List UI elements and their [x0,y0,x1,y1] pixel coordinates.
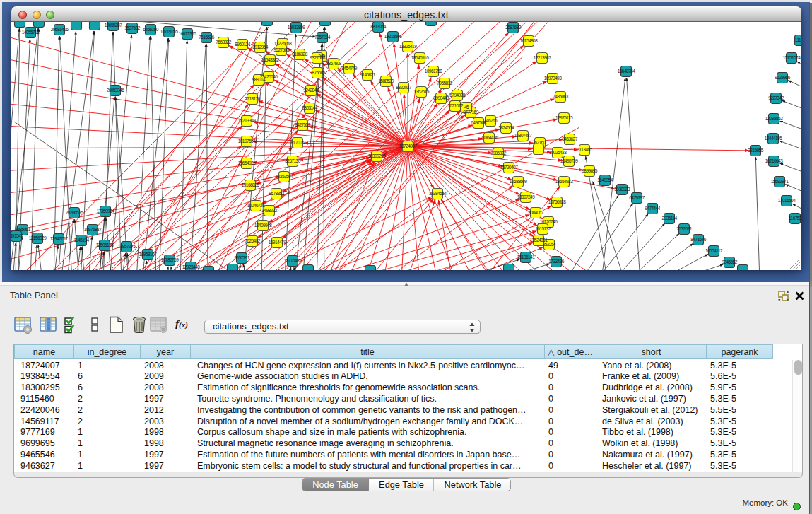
svg-text:7986322: 7986322 [490,151,506,156]
svg-text:917006: 917006 [291,140,305,145]
svg-text:116753: 116753 [789,216,801,221]
svg-text:9084067: 9084067 [528,210,543,215]
svg-text:252254: 252254 [543,242,556,247]
svg-text:10961758: 10961758 [425,69,442,74]
svg-text:8678352: 8678352 [269,191,284,196]
svg-text:8322037: 8322037 [396,85,411,90]
svg-text:6479197: 6479197 [629,195,645,200]
svg-text:19218506: 19218506 [384,34,402,39]
svg-text:3875685: 3875685 [310,70,325,75]
svg-text:1640954: 1640954 [597,177,613,182]
svg-text:10719155: 10719155 [160,29,178,34]
svg-text:15751074: 15751074 [783,55,801,60]
svg-text:9777169: 9777169 [463,110,478,115]
svg-text:6794028: 6794028 [449,93,465,98]
svg-text:12444195: 12444195 [765,136,782,141]
svg-text:9899695: 9899695 [582,168,597,173]
svg-text:2687682: 2687682 [505,25,521,30]
svg-text:9129966: 9129966 [775,75,790,80]
svg-text:7955812: 7955812 [437,81,452,86]
svg-text:12156829: 12156829 [29,235,47,240]
svg-text:391547: 391547 [11,233,23,238]
svg-text:12942757: 12942757 [50,236,68,241]
svg-text:10973493: 10973493 [544,76,562,81]
svg-text:15716485: 15716485 [284,258,302,263]
svg-text:3498222: 3498222 [261,208,277,213]
svg-text:9527505: 9527505 [273,47,289,52]
svg-text:19654925: 19654925 [238,160,256,165]
svg-text:10655287: 10655287 [105,23,122,28]
svg-text:9242848: 9242848 [303,88,319,93]
svg-text:6497508: 6497508 [471,120,486,125]
svg-text:16120746: 16120746 [540,219,558,224]
svg-text:16033809: 16033809 [288,25,305,30]
svg-text:16154808: 16154808 [520,38,538,43]
svg-text:16210643: 16210643 [765,158,783,163]
svg-text:2935114: 2935114 [662,216,678,221]
svg-text:17016504: 17016504 [778,198,796,203]
svg-text:10958107: 10958107 [139,252,157,257]
svg-text:12923448: 12923448 [182,264,200,269]
svg-text:10654112: 10654112 [705,248,723,253]
svg-text:20691406: 20691406 [51,27,69,32]
svg-text:1145194: 1145194 [74,238,90,243]
svg-text:19654923: 19654923 [555,179,573,184]
svg-text:15136141: 15136141 [517,255,535,259]
svg-text:10756928: 10756928 [548,199,566,204]
svg-text:2867608: 2867608 [326,61,341,66]
svg-text:16782759: 16782759 [161,257,179,262]
svg-text:18640910: 18640910 [411,55,429,60]
svg-text:2718176: 2718176 [245,96,260,101]
svg-text:14055712: 14055712 [22,30,40,35]
svg-text:5938923: 5938923 [614,187,630,192]
svg-text:8471676: 8471676 [690,237,706,242]
svg-text:7357224: 7357224 [314,35,330,40]
svg-text:18807249: 18807249 [517,194,535,199]
svg-text:1588520: 1588520 [378,78,394,83]
svg-text:8960124: 8960124 [235,42,250,47]
svg-text:3113465: 3113465 [577,147,593,152]
svg-text:8427552: 8427552 [295,122,310,127]
svg-text:26053346: 26053346 [107,88,124,93]
svg-text:7632621: 7632621 [676,226,692,231]
svg-text:12975115: 12975115 [555,115,573,120]
svg-text:1615132: 1615132 [535,226,551,231]
svg-text:9227342: 9227342 [768,95,784,100]
svg-text:19384554: 19384554 [429,191,447,196]
svg-text:1985061: 1985061 [15,227,30,232]
svg-text:1621072: 1621072 [447,103,463,108]
svg-text:10107554: 10107554 [238,139,256,144]
svg-text:18300295: 18300295 [368,153,386,158]
svg-text:9474444: 9474444 [645,206,660,211]
svg-text:12093852: 12093852 [765,116,783,121]
svg-text:12213967: 12213967 [534,55,551,60]
svg-text:7485063: 7485063 [553,94,568,99]
svg-text:8186328: 8186328 [292,52,307,57]
svg-text:7663822: 7663822 [216,40,231,45]
svg-text:7625402: 7625402 [245,238,260,243]
svg-text:20206535: 20206535 [66,210,83,215]
svg-text:9657791: 9657791 [234,255,249,260]
svg-text:12213369: 12213369 [238,118,256,123]
svg-text:9463627: 9463627 [562,136,577,141]
svg-text:3824554: 3824554 [498,125,514,130]
svg-text:15692971: 15692971 [771,179,789,184]
svg-text:20364436: 20364436 [481,135,498,140]
svg-text:3215955: 3215955 [748,148,763,153]
svg-text:9245652: 9245652 [722,259,737,264]
svg-text:10046726: 10046726 [247,203,265,208]
svg-text:2803144: 2803144 [302,105,317,110]
svg-text:1527602: 1527602 [124,25,140,30]
svg-text:13226058: 13226058 [274,41,292,46]
svg-text:8813054: 8813054 [370,24,386,29]
svg-text:17359924: 17359924 [97,209,114,214]
svg-text:17957275: 17957275 [118,244,136,249]
svg-text:16648784: 16648784 [618,69,635,74]
svg-text:9146821: 9146821 [360,72,375,77]
svg-text:11123: 11123 [795,37,801,42]
svg-text:1733426: 1733426 [548,259,564,264]
svg-text:8990448: 8990448 [433,95,449,100]
svg-text:6466160: 6466160 [143,27,158,32]
svg-text:10688609: 10688609 [510,179,527,184]
svg-text:10807487: 10807487 [514,133,532,138]
